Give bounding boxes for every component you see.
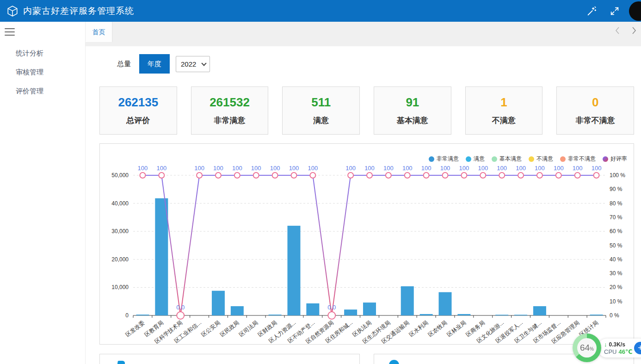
- svg-text:100 %: 100 %: [610, 172, 625, 179]
- svg-text:20 %: 20 %: [610, 284, 623, 290]
- bar[interactable]: [231, 306, 244, 315]
- svg-text:100: 100: [308, 165, 318, 172]
- line-marker[interactable]: [234, 173, 240, 178]
- legend-item[interactable]: 非常满意: [429, 155, 459, 163]
- bar[interactable]: [420, 314, 433, 315]
- line-marker[interactable]: [480, 173, 486, 178]
- stat-value: 511: [311, 95, 331, 110]
- line-marker[interactable]: [499, 173, 505, 178]
- bar[interactable]: [212, 291, 225, 315]
- bar[interactable]: [306, 303, 319, 315]
- fullscreen-icon[interactable]: [610, 6, 620, 16]
- svg-text:100: 100: [459, 165, 469, 172]
- year-select[interactable]: 2022: [176, 56, 210, 72]
- svg-text:100: 100: [194, 165, 204, 172]
- bar[interactable]: [344, 309, 357, 315]
- line-marker[interactable]: [424, 173, 429, 178]
- line-marker[interactable]: [594, 173, 599, 178]
- hamburger-icon[interactable]: [5, 28, 15, 36]
- svg-text:100: 100: [345, 165, 356, 172]
- magic-wand-icon[interactable]: [586, 6, 597, 16]
- line-marker[interactable]: [405, 173, 410, 178]
- svg-text:60 %: 60 %: [610, 228, 623, 234]
- cpu-temp: 46℃: [618, 348, 632, 355]
- satisfaction-chart-card: 非常满意满意基本满意不满意非常不满意好评率 010,00020,00030,00…: [99, 143, 634, 345]
- line-series-positive-rate[interactable]: 1001000,01001001001001001001000,01001001…: [138, 165, 602, 319]
- legend-item[interactable]: 好评率: [603, 155, 627, 163]
- chevron-left-icon[interactable]: [614, 25, 621, 36]
- svg-text:100: 100: [516, 165, 526, 172]
- line-marker[interactable]: [386, 173, 391, 178]
- legend-item[interactable]: 不满意: [529, 155, 553, 163]
- line-marker[interactable]: [348, 173, 353, 178]
- svg-text:区公安局: 区公安局: [200, 319, 221, 338]
- line-marker[interactable]: [328, 312, 335, 319]
- line-marker[interactable]: [461, 173, 467, 178]
- sidebar-item-statistics[interactable]: 统计分析: [0, 44, 85, 63]
- line-marker[interactable]: [575, 173, 580, 178]
- stat-label: 不满意: [492, 115, 516, 126]
- line-marker[interactable]: [216, 173, 221, 178]
- line-marker[interactable]: [253, 173, 259, 178]
- legend-dot: [466, 156, 471, 162]
- line-marker[interactable]: [443, 173, 448, 178]
- stat-label: 非常满意: [214, 115, 246, 126]
- line-marker[interactable]: [518, 173, 524, 178]
- bar-series-very-satisfied[interactable]: [136, 198, 603, 315]
- line-marker[interactable]: [140, 173, 145, 178]
- bar[interactable]: [495, 315, 508, 316]
- bar[interactable]: [439, 292, 452, 315]
- bar[interactable]: [363, 302, 376, 315]
- bar[interactable]: [269, 315, 282, 315]
- bar[interactable]: [457, 314, 470, 315]
- download-arrow-icon: ↓: [604, 341, 607, 348]
- plus-icon[interactable]: +: [634, 342, 641, 354]
- cpu-gauge[interactable]: 64 %: [573, 333, 601, 362]
- bar[interactable]: [401, 286, 414, 315]
- line-marker[interactable]: [159, 173, 164, 178]
- svg-text:80 %: 80 %: [610, 200, 623, 207]
- legend-label: 好评率: [610, 155, 627, 163]
- svg-text:0: 0: [125, 312, 129, 319]
- legend-item[interactable]: 非常不满意: [560, 155, 596, 163]
- scope-total-button[interactable]: 总量: [109, 54, 139, 74]
- bar[interactable]: [155, 198, 168, 315]
- svg-text:100: 100: [440, 165, 450, 172]
- line-marker[interactable]: [272, 173, 278, 178]
- legend-dot: [560, 156, 566, 162]
- svg-text:100: 100: [421, 165, 431, 172]
- bar[interactable]: [514, 315, 527, 316]
- line-marker[interactable]: [310, 173, 315, 178]
- svg-text:40,000: 40,000: [111, 200, 129, 207]
- sidebar-item-evaluation[interactable]: 评价管理: [0, 82, 85, 101]
- tab-home[interactable]: 首页: [86, 22, 112, 42]
- svg-text:区民政局: 区民政局: [219, 319, 240, 338]
- line-marker[interactable]: [367, 173, 372, 178]
- svg-text:10 %: 10 %: [610, 298, 623, 305]
- line-marker[interactable]: [177, 312, 184, 319]
- stat-value: 0: [592, 95, 598, 110]
- app-header: 内蒙古好差评服务管理系统: [0, 0, 641, 22]
- scope-year-button[interactable]: 年度: [139, 54, 170, 74]
- bar[interactable]: [136, 315, 149, 315]
- legend-item[interactable]: 基本满意: [492, 155, 522, 163]
- chevron-right-icon[interactable]: [631, 25, 637, 36]
- line-marker[interactable]: [537, 173, 542, 178]
- cube-icon: [6, 5, 18, 17]
- svg-text:区水利局: 区水利局: [408, 319, 429, 338]
- bar[interactable]: [287, 226, 300, 315]
- legend-item[interactable]: 满意: [466, 155, 485, 163]
- legend-label: 非常满意: [437, 155, 459, 163]
- bar[interactable]: [590, 315, 603, 315]
- bar[interactable]: [533, 306, 546, 315]
- line-marker[interactable]: [556, 173, 561, 178]
- svg-text:70 %: 70 %: [610, 214, 623, 221]
- sidebar-item-audit[interactable]: 审核管理: [0, 63, 85, 82]
- x-axis: [133, 315, 606, 318]
- legend-label: 不满意: [536, 155, 553, 163]
- legend-dot: [429, 156, 434, 162]
- filter-row: 总量 年度 2022: [109, 54, 641, 74]
- user-avatar[interactable]: [629, 1, 641, 21]
- line-marker[interactable]: [197, 173, 202, 178]
- line-marker[interactable]: [291, 173, 296, 178]
